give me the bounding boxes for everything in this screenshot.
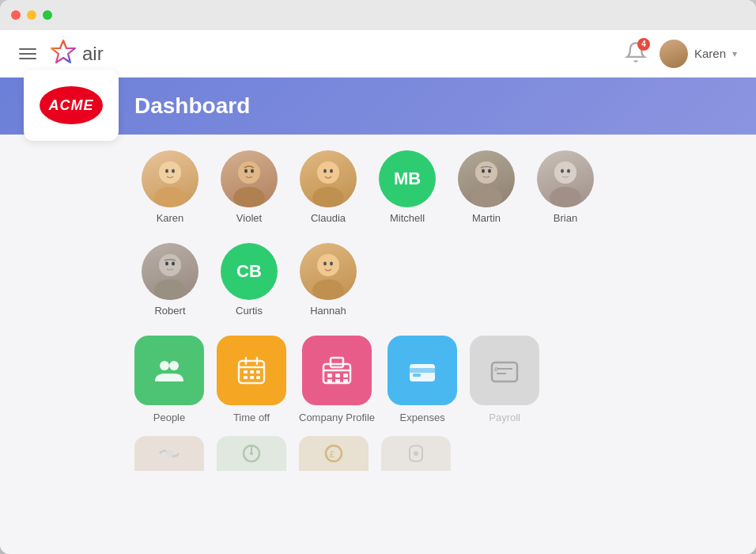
team-member[interactable]: MB Mitchell bbox=[372, 150, 443, 224]
svg-text:£: £ bbox=[494, 366, 498, 373]
team-member[interactable]: Hannah bbox=[293, 243, 364, 317]
svg-point-35 bbox=[330, 262, 333, 266]
team-member[interactable]: Violet bbox=[214, 150, 285, 224]
svg-point-10 bbox=[251, 169, 254, 173]
svg-point-8 bbox=[238, 161, 260, 184]
svg-point-24 bbox=[561, 169, 564, 173]
svg-point-14 bbox=[323, 169, 327, 173]
hamburger-menu[interactable] bbox=[19, 48, 36, 59]
svg-rect-56 bbox=[343, 379, 348, 383]
svg-point-27 bbox=[154, 279, 186, 300]
svg-rect-49 bbox=[331, 358, 343, 367]
acme-text: ACME bbox=[49, 97, 94, 114]
app-tile-partial4[interactable] bbox=[381, 436, 451, 471]
svg-point-29 bbox=[165, 262, 168, 266]
app-tile-payroll[interactable]: £ Payroll bbox=[470, 336, 539, 423]
app-label: Time off bbox=[233, 412, 270, 423]
svg-point-70 bbox=[414, 451, 418, 456]
member-name: Claudia bbox=[311, 212, 346, 224]
app-label: Company Profile bbox=[299, 412, 375, 423]
svg-point-17 bbox=[471, 187, 502, 207]
svg-rect-53 bbox=[343, 374, 348, 378]
svg-marker-0 bbox=[51, 40, 75, 63]
svg-point-19 bbox=[482, 169, 485, 173]
avatar bbox=[300, 150, 357, 207]
notification-badge: 4 bbox=[637, 38, 650, 51]
app-tile-people[interactable]: People bbox=[134, 336, 204, 423]
company-logo-box: ACME bbox=[24, 70, 119, 141]
nav-right: 4 Karen ▾ bbox=[625, 40, 737, 68]
app-tile-partial1[interactable] bbox=[134, 436, 204, 471]
team-member[interactable]: CB Curtis bbox=[214, 243, 285, 317]
svg-point-4 bbox=[165, 169, 168, 173]
app-window: air 4 Karen ▾ bbox=[0, 0, 756, 554]
member-name: Mitchell bbox=[390, 212, 425, 224]
titlebar bbox=[0, 0, 756, 30]
avatar bbox=[300, 243, 357, 300]
team-member[interactable]: Claudia bbox=[293, 150, 364, 224]
svg-point-36 bbox=[160, 361, 169, 370]
team-member[interactable]: Brian bbox=[530, 150, 601, 224]
svg-point-15 bbox=[330, 169, 333, 173]
app-icon-expenses bbox=[387, 336, 457, 405]
svg-point-9 bbox=[244, 169, 248, 173]
app-label: Expenses bbox=[400, 412, 445, 423]
svg-rect-42 bbox=[244, 370, 248, 374]
member-name: Martin bbox=[472, 212, 501, 224]
svg-rect-51 bbox=[327, 374, 332, 378]
svg-point-2 bbox=[154, 187, 186, 207]
svg-point-30 bbox=[172, 262, 175, 266]
app-tile-partial3[interactable]: £ bbox=[299, 436, 369, 471]
app-icon-payroll: £ bbox=[470, 336, 539, 405]
user-name: Karen bbox=[694, 47, 726, 60]
svg-rect-52 bbox=[335, 374, 340, 378]
svg-point-12 bbox=[312, 187, 344, 207]
member-name: Hannah bbox=[310, 305, 346, 317]
minimize-dot[interactable] bbox=[27, 10, 36, 20]
team-member[interactable]: Robert bbox=[134, 243, 206, 317]
svg-point-22 bbox=[550, 187, 581, 207]
svg-point-3 bbox=[159, 161, 181, 184]
dashboard-banner: ACME Dashboard bbox=[0, 78, 756, 135]
app-icon-people bbox=[134, 336, 204, 405]
app-tile-partial2[interactable] bbox=[217, 436, 286, 471]
svg-point-7 bbox=[233, 187, 265, 207]
svg-point-34 bbox=[323, 262, 327, 266]
svg-point-20 bbox=[488, 169, 491, 173]
app-tile-timeoff[interactable]: Time off bbox=[217, 336, 286, 423]
chevron-down-icon: ▾ bbox=[732, 48, 737, 59]
svg-point-28 bbox=[159, 254, 181, 276]
main-content: Karen Viol bbox=[0, 135, 756, 554]
svg-point-13 bbox=[317, 161, 339, 184]
svg-rect-59 bbox=[413, 374, 421, 377]
svg-point-5 bbox=[172, 169, 175, 173]
dashboard-title: Dashboard bbox=[134, 93, 250, 119]
app-tile-expenses[interactable]: Expenses bbox=[387, 336, 457, 423]
svg-point-18 bbox=[475, 161, 497, 184]
member-name: Robert bbox=[154, 305, 185, 317]
avatar bbox=[142, 243, 198, 300]
team-grid-row2: Robert CB Curtis bbox=[134, 243, 732, 317]
svg-rect-43 bbox=[250, 370, 254, 374]
svg-rect-54 bbox=[327, 379, 332, 383]
svg-rect-44 bbox=[256, 370, 260, 374]
app-tile-company[interactable]: Company Profile bbox=[299, 336, 375, 423]
notification-bell[interactable]: 4 bbox=[625, 41, 647, 66]
svg-text:£: £ bbox=[330, 450, 335, 459]
logo-text: air bbox=[82, 43, 104, 65]
svg-point-23 bbox=[554, 161, 576, 184]
user-menu[interactable]: Karen ▾ bbox=[660, 40, 737, 68]
team-member[interactable]: Martin bbox=[451, 150, 522, 224]
svg-point-67 bbox=[250, 452, 253, 455]
svg-point-37 bbox=[169, 361, 179, 370]
maximize-dot[interactable] bbox=[43, 10, 52, 20]
close-dot[interactable] bbox=[11, 10, 21, 20]
app-label: Payroll bbox=[489, 412, 520, 423]
avatar: MB bbox=[379, 150, 436, 207]
team-member[interactable]: Karen bbox=[134, 150, 206, 224]
nav-left: air bbox=[19, 38, 104, 70]
svg-rect-45 bbox=[244, 376, 248, 379]
team-grid: Karen Viol bbox=[134, 150, 732, 224]
svg-point-33 bbox=[317, 254, 339, 276]
app-icon-company bbox=[302, 336, 372, 405]
